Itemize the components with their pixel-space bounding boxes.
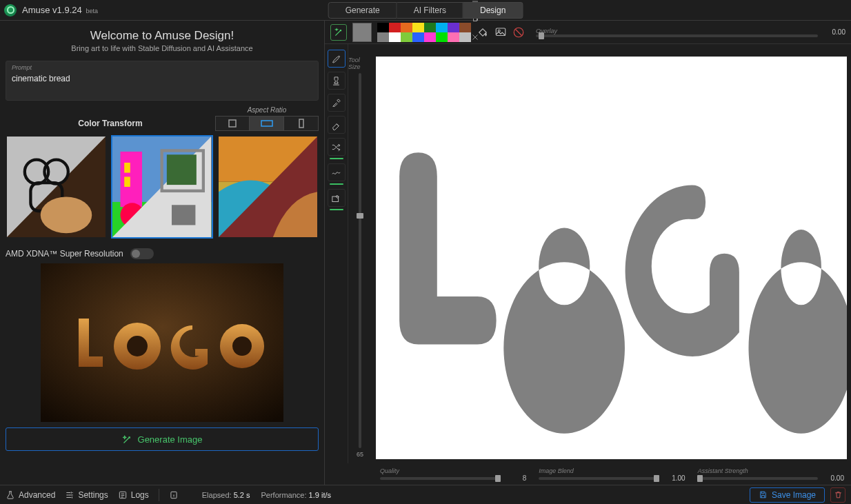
strength-thumb[interactable]	[697, 475, 703, 482]
svg-point-27	[232, 336, 252, 356]
quality-slider[interactable]	[380, 477, 500, 480]
status-logs[interactable]: Logs	[118, 490, 149, 500]
color-swatch[interactable]	[436, 23, 448, 32]
tool-shuffle[interactable]	[328, 138, 346, 156]
style-thumb-segmentation[interactable]	[111, 135, 212, 239]
svg-rect-31	[332, 196, 339, 202]
flask-icon	[6, 490, 15, 500]
prompt-input[interactable]: Prompt cinematic bread	[6, 61, 319, 101]
app-logo-icon	[4, 4, 17, 17]
super-resolution-toggle[interactable]	[130, 248, 154, 259]
color-swatch[interactable]	[448, 32, 459, 42]
blend-thumb[interactable]	[654, 475, 659, 482]
tool-size-slider[interactable]	[359, 73, 361, 448]
style-thumb-landscape[interactable]	[217, 135, 319, 239]
overlay-slider-thumb[interactable]	[539, 32, 544, 39]
color-swatch[interactable]	[389, 32, 401, 42]
eraser-icon	[331, 120, 341, 130]
save-image-button[interactable]: Save Image	[750, 487, 825, 503]
status-bar: Advanced Settings Logs Elapsed: 5.2 s Pe…	[0, 485, 851, 504]
color-swatch[interactable]	[424, 32, 436, 42]
color-swatch[interactable]	[412, 23, 424, 32]
blend-slider-group: Image Blend 1.00	[539, 467, 685, 482]
titlebar: Amuse v1.9.24 beta Generate AI Filters D…	[0, 0, 851, 21]
blend-slider[interactable]	[539, 477, 659, 480]
mode-tab-filters[interactable]: AI Filters	[397, 2, 463, 19]
tool-scribble[interactable]	[328, 163, 346, 181]
overlay-slider[interactable]	[536, 34, 818, 37]
tool-column	[325, 44, 348, 463]
status-advanced-label: Advanced	[19, 490, 55, 500]
quality-slider-group: Quality 8	[380, 467, 526, 482]
save-image-label: Save Image	[772, 490, 816, 500]
main-area: Welcome to Amuse Design! Bring art to li…	[0, 21, 851, 485]
tool-edit-layer[interactable]	[328, 189, 346, 207]
drawing-canvas[interactable]	[376, 57, 847, 459]
tool-stamp[interactable]	[328, 72, 346, 90]
canvas-holder	[372, 44, 851, 463]
status-settings-label: Settings	[78, 490, 108, 500]
result-preview	[41, 263, 283, 422]
strength-label: Assistant Strength	[698, 467, 844, 474]
mode-tabs: Generate AI Filters Design	[328, 2, 523, 19]
strength-slider[interactable]	[698, 477, 818, 480]
color-swatch[interactable]	[448, 23, 459, 32]
elapsed-value: 5.2 s	[234, 491, 250, 499]
quality-label: Quality	[380, 467, 526, 474]
image-button[interactable]	[494, 26, 507, 39]
bottom-sliders: Quality 8 Image Blend 1.00 Assistant Str…	[325, 463, 851, 485]
tall-icon	[298, 119, 305, 128]
color-swatch[interactable]	[459, 32, 471, 42]
svg-rect-3	[299, 119, 303, 128]
color-swatch[interactable]	[436, 32, 448, 42]
aspect-ratio-wide[interactable]	[250, 116, 284, 131]
aspect-ratio-square[interactable]	[215, 116, 250, 131]
save-icon	[759, 490, 768, 499]
svg-rect-13	[125, 163, 131, 173]
image-icon	[494, 26, 507, 39]
status-info-button[interactable]	[169, 490, 179, 500]
color-swatch[interactable]	[412, 32, 424, 42]
info-icon	[169, 490, 179, 500]
svg-rect-14	[125, 177, 131, 187]
tool-eraser[interactable]	[328, 116, 346, 134]
color-swatch[interactable]	[377, 23, 389, 32]
prompt-label: Prompt	[12, 64, 312, 71]
aspect-ratio-tall[interactable]	[284, 116, 319, 131]
fill-bucket-button[interactable]	[477, 26, 489, 39]
tool-eyedropper[interactable]	[328, 94, 346, 112]
app-name-text: Amuse	[22, 5, 50, 15]
welcome-subtitle: Bring art to life with Stable Diffusion …	[6, 44, 319, 52]
status-settings[interactable]: Settings	[65, 490, 108, 500]
color-swatch[interactable]	[377, 32, 389, 42]
status-logs-label: Logs	[131, 490, 149, 500]
overlay-value: 0.00	[823, 28, 845, 36]
sliders-icon	[65, 490, 74, 500]
tool-underline-3	[330, 209, 343, 210]
mode-tab-generate[interactable]: Generate	[328, 2, 397, 19]
current-color-swatch[interactable]	[352, 23, 372, 42]
color-swatch[interactable]	[459, 23, 471, 32]
ai-assist-button[interactable]	[330, 24, 347, 41]
style-thumb-sketch[interactable]	[6, 135, 107, 239]
mode-tab-design[interactable]: Design	[463, 2, 523, 19]
left-panel: Welcome to Amuse Design! Bring art to li…	[0, 21, 325, 485]
color-swatch[interactable]	[401, 23, 412, 32]
tool-brush[interactable]	[328, 50, 346, 68]
delete-image-button[interactable]	[830, 487, 845, 503]
color-swatch[interactable]	[424, 23, 436, 32]
color-transform-label: Color Transform	[6, 119, 215, 131]
welcome-title: Welcome to Amuse Design!	[6, 29, 319, 43]
tool-size-thumb[interactable]	[357, 213, 363, 219]
strength-slider-group: Assistant Strength 0.00	[698, 467, 844, 482]
status-advanced[interactable]: Advanced	[6, 490, 55, 500]
svg-rect-19	[172, 205, 195, 225]
quality-thumb[interactable]	[495, 475, 501, 482]
color-swatch[interactable]	[389, 23, 401, 32]
generate-button[interactable]: Generate Image	[6, 427, 319, 451]
elapsed-metric: Elapsed: 5.2 s	[202, 491, 250, 499]
svg-rect-12	[121, 152, 143, 207]
eyedropper-icon	[331, 98, 341, 108]
color-swatch[interactable]	[401, 32, 412, 42]
clear-canvas-button[interactable]	[512, 26, 525, 39]
